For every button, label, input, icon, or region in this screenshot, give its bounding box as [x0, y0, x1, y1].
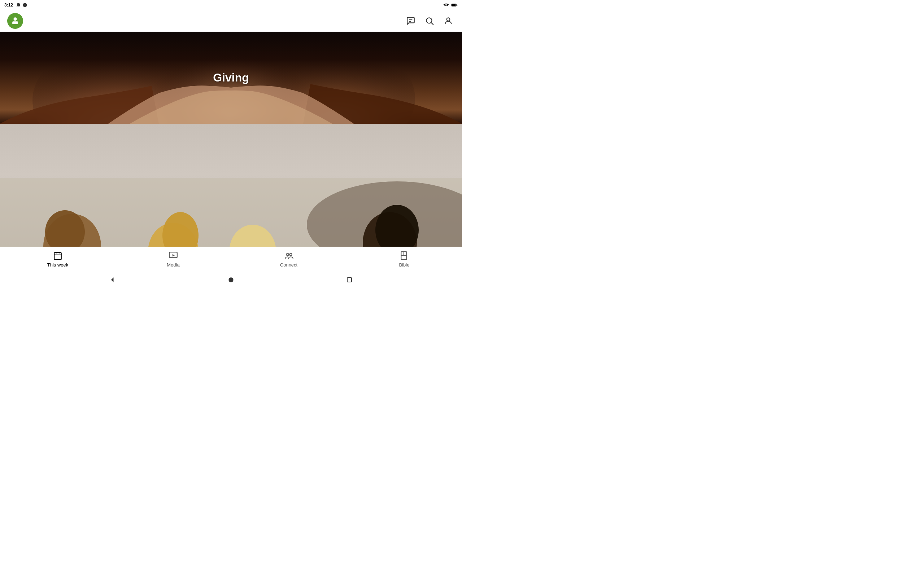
- svg-point-0: [23, 3, 27, 7]
- svg-line-9: [431, 23, 433, 24]
- profile-button[interactable]: [442, 15, 455, 27]
- bible-icon: [399, 251, 409, 261]
- svg-point-19: [45, 210, 85, 252]
- svg-marker-36: [111, 277, 114, 282]
- app-bar-actions: [404, 15, 455, 27]
- back-icon: [109, 276, 116, 284]
- app-bar: [0, 10, 462, 32]
- search-button[interactable]: [423, 15, 436, 27]
- home-circle-icon: [228, 276, 234, 284]
- svg-point-37: [228, 277, 233, 282]
- android-nav-bar: [0, 271, 462, 288]
- status-left: 3:12: [4, 3, 27, 8]
- chat-icon: [406, 16, 415, 26]
- status-app-icons: [16, 3, 27, 8]
- svg-point-31: [287, 253, 289, 256]
- app-logo[interactable]: [7, 13, 23, 29]
- status-time: 3:12: [4, 3, 13, 8]
- hero-section: Giving: [0, 32, 462, 124]
- svg-point-4: [13, 17, 16, 21]
- profile-icon: [444, 16, 453, 26]
- status-right: [443, 3, 458, 7]
- battery-icon: [451, 3, 458, 7]
- nav-item-bible[interactable]: Bible: [390, 251, 419, 268]
- nav-label-this-week: This week: [47, 262, 69, 268]
- svg-marker-30: [173, 254, 175, 257]
- svg-rect-2: [452, 4, 456, 6]
- nav-item-connect[interactable]: Connect: [274, 251, 303, 268]
- recents-icon: [346, 277, 353, 283]
- nav-label-connect: Connect: [280, 262, 297, 268]
- second-section: [0, 124, 462, 252]
- svg-rect-25: [54, 253, 61, 259]
- app-icon-1: [23, 3, 27, 8]
- nav-item-this-week[interactable]: This week: [43, 251, 72, 268]
- recents-button[interactable]: [344, 274, 355, 285]
- back-button[interactable]: [107, 274, 118, 285]
- status-bar: 3:12: [0, 0, 462, 10]
- svg-rect-38: [347, 278, 352, 282]
- nav-label-media: Media: [167, 262, 179, 268]
- calendar-icon: [53, 251, 63, 261]
- svg-rect-5: [12, 21, 18, 24]
- connect-icon: [284, 251, 294, 261]
- logo-icon: [10, 16, 20, 26]
- svg-point-10: [447, 18, 450, 21]
- people-image: [0, 124, 462, 252]
- svg-rect-3: [457, 5, 457, 6]
- search-icon: [425, 16, 434, 26]
- bottom-nav: This week Media Connect: [0, 247, 462, 271]
- chat-button[interactable]: [404, 15, 417, 27]
- svg-point-8: [426, 18, 432, 23]
- wifi-icon: [443, 3, 449, 7]
- nav-item-media[interactable]: Media: [159, 251, 188, 268]
- notification-icon: [16, 3, 21, 8]
- svg-point-32: [289, 253, 292, 256]
- hero-title: Giving: [213, 71, 249, 84]
- home-button[interactable]: [225, 274, 237, 285]
- media-icon: [168, 251, 178, 261]
- nav-label-bible: Bible: [399, 262, 410, 268]
